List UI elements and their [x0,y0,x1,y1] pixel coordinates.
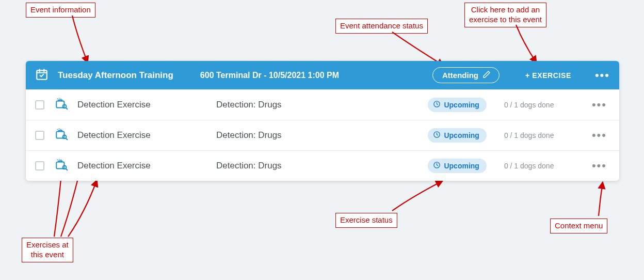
exercise-status-badge: Upcoming [428,98,486,112]
attendance-status-button[interactable]: Attending [432,67,500,83]
exercise-progress: 0 / 1 dogs done [504,162,571,170]
svg-line-6 [66,108,68,110]
detection-exercise-icon [55,158,68,174]
annotation-event-info: Event information [26,3,95,18]
exercise-row: Detection Exercise Detection: Drugs Upco… [26,150,619,181]
exercise-row: Detection Exercise Detection: Drugs Upco… [26,120,619,150]
calendar-check-icon [35,68,49,83]
exercise-context-menu-button[interactable]: ••• [589,99,610,111]
detection-exercise-icon [55,97,68,113]
exercise-status-label: Upcoming [444,162,479,170]
exercise-progress: 0 / 1 dogs done [504,101,571,109]
exercise-context-menu-button[interactable]: ••• [589,130,610,141]
exercise-status-label: Upcoming [444,101,479,109]
clock-icon [433,131,441,140]
attendance-status-label: Attending [442,71,478,80]
clock-icon [433,100,441,110]
exercise-status-label: Upcoming [444,131,479,139]
exercise-category: Detection: Drugs [216,161,421,171]
event-subtitle: 600 Terminal Dr - 10/5/2021 1:00 PM [200,71,425,80]
row-checkbox[interactable] [35,161,44,170]
event-card: Tuesday Afternoon Training 600 Terminal … [26,61,619,181]
annotation-attendance-status: Event attendance status [335,19,428,34]
row-checkbox[interactable] [35,100,44,110]
svg-point-7 [57,99,58,100]
exercise-row: Detection Exercise Detection: Drugs Upco… [26,89,619,120]
detection-exercise-icon [55,128,68,143]
clock-icon [433,161,441,170]
exercise-category: Detection: Drugs [216,100,421,110]
event-title: Tuesday Afternoon Training [58,70,173,81]
event-context-menu-button[interactable]: ••• [595,70,610,81]
svg-point-23 [60,160,61,161]
exercise-progress: 0 / 1 dogs done [504,131,571,139]
svg-line-20 [66,169,68,170]
exercise-status-badge: Upcoming [428,159,486,173]
exercise-category: Detection: Drugs [216,130,421,141]
svg-point-15 [59,129,60,130]
svg-point-21 [57,160,58,161]
exercise-name: Detection Exercise [77,130,209,141]
row-checkbox[interactable] [35,131,44,140]
pencil-icon [482,70,491,80]
add-exercise-button[interactable]: + EXERCISE [521,68,575,83]
exercise-name: Detection Exercise [77,100,209,110]
svg-point-9 [60,99,61,100]
exercise-status-badge: Upcoming [428,128,486,143]
annotation-context-menu: Context menu [550,219,607,234]
svg-point-14 [57,129,58,130]
svg-point-8 [59,98,60,99]
annotation-exercise-status: Exercise status [335,213,397,228]
svg-point-16 [60,129,61,130]
annotation-add-exercise-hint: Click here to add an exercise to this ev… [464,3,546,27]
svg-point-22 [59,159,60,160]
exercise-name: Detection Exercise [77,161,209,171]
svg-line-13 [66,138,68,140]
exercise-context-menu-button[interactable]: ••• [589,160,610,172]
annotation-exercises-here: Exercises at this event [22,238,73,262]
svg-rect-0 [37,70,47,79]
event-header: Tuesday Afternoon Training 600 Terminal … [26,61,619,89]
